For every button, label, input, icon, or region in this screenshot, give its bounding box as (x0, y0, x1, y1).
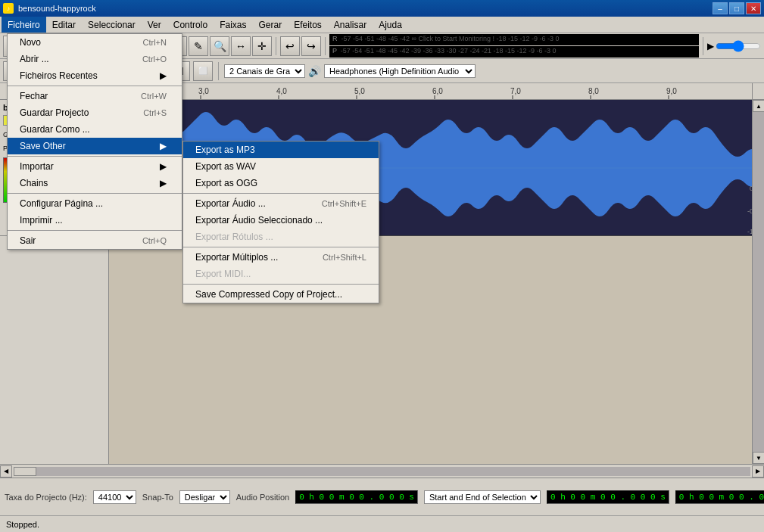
menu-fechar[interactable]: Fechar Ctrl+W (8, 88, 182, 104)
submenu-exportar-audio-sel[interactable]: Exportar Áudio Seleccionado ... (183, 212, 379, 229)
scroll-handle[interactable] (14, 467, 36, 476)
svg-text:9,0: 9,0 (666, 87, 677, 95)
menu-chains[interactable]: Chains ▶ (8, 175, 182, 191)
menu-analisar[interactable]: Analisar (328, 17, 373, 33)
separator2 (276, 37, 276, 55)
submenu-sep3 (183, 284, 379, 285)
snap-select[interactable]: Desligar (179, 490, 230, 504)
menu-seleccionar[interactable]: Seleccionar (82, 17, 142, 33)
statusbar: Stopped. (0, 515, 764, 532)
sep4 (8, 230, 182, 231)
separator3 (325, 37, 326, 55)
taxa-select[interactable]: 44100 (93, 490, 136, 504)
submenu-sep2 (183, 247, 379, 247)
submenu-exportar-rotulos: Exportar Rótulos ... (183, 229, 379, 245)
ruler-marks-area: 2,0 3,0 4,0 5,0 6,0 7,0 8,0 9,0 (109, 83, 752, 99)
sep3 (8, 193, 182, 194)
vu-meters: R -57 -54 -51 -48 -45 -42 ∞ Click to Sta… (329, 34, 699, 58)
zoom-tool[interactable]: 🔍 (210, 36, 229, 56)
svg-text:5,0: 5,0 (354, 87, 365, 95)
menu-configurar-pagina[interactable]: Configurar Página ... (8, 195, 182, 212)
title-buttons: – □ ✕ (713, 2, 761, 14)
app-title: bensound-happyrock (18, 4, 96, 13)
sep2 (8, 156, 182, 157)
menu-ficheiros-recentes[interactable]: Ficheiros Recentes ▶ (8, 67, 182, 84)
status-text: Stopped. (6, 520, 39, 529)
ficheiro-dropdown: Novo Ctrl+N Abrir ... Ctrl+O Ficheiros R… (7, 33, 182, 250)
fit-project-button[interactable]: ⬜ (193, 61, 213, 81)
bottombar: Taxa do Projecto (Hz): 44100 Snap-To Des… (0, 478, 764, 515)
menu-imprimir[interactable]: Imprimir ... (8, 212, 182, 229)
scroll-thumb[interactable] (14, 467, 750, 476)
menu-efeitos[interactable]: Efeitos (288, 17, 328, 33)
menu-importar[interactable]: Importar ▶ (8, 158, 182, 175)
menu-faixas[interactable]: Faixas (214, 17, 252, 33)
channels-select[interactable]: 2 Canais de Gra (224, 64, 305, 78)
svg-text:7,0: 7,0 (510, 87, 521, 95)
volume-slider[interactable] (716, 40, 761, 52)
menu-abrir[interactable]: Abrir ... Ctrl+O (8, 51, 182, 67)
sep1 (8, 86, 182, 86)
menu-ficheiro[interactable]: Ficheiro (2, 17, 46, 33)
app-icon: ♪ (3, 3, 14, 14)
submenu-export-mp3[interactable]: Export as MP3 (183, 142, 379, 158)
menu-save-other[interactable]: Save Other ▶ (8, 138, 182, 154)
menu-novo[interactable]: Novo Ctrl+N (8, 34, 182, 51)
svg-text:-0,5: -0,5 (747, 207, 752, 215)
titlebar: ♪ bensound-happyrock – □ ✕ (0, 0, 764, 17)
redo-button[interactable]: ↪ (301, 36, 321, 56)
record-meter[interactable]: R -57 -54 -51 -48 -45 -42 ∞ Click to Sta… (329, 34, 699, 45)
snap-label: Snap-To (142, 493, 173, 502)
ruler-right-spacer (752, 83, 764, 99)
output-device-select[interactable]: Headphones (High Definition Audio (324, 64, 476, 78)
submenu-save-compressed[interactable]: Save Compressed Copy of Project... (183, 286, 379, 303)
scroll-left-button[interactable]: ◀ (0, 465, 12, 478)
svg-text:4,0: 4,0 (276, 87, 287, 95)
timeshift-tool[interactable]: ↔ (231, 36, 251, 56)
title-left: ♪ bensound-happyrock (3, 3, 96, 14)
svg-text:-1,0: -1,0 (747, 228, 752, 235)
menu-gerar[interactable]: Gerar (252, 17, 288, 33)
menu-editar[interactable]: Editar (46, 17, 82, 33)
menu-ver[interactable]: Ver (142, 17, 167, 33)
menu-sair[interactable]: Sair Ctrl+Q (8, 232, 182, 249)
playback-meter[interactable]: P -57 -54 -51 -48 -45 -42 -39 -36 -33 -3… (329, 46, 699, 58)
sel-mode-select[interactable]: Start and End of Selection (424, 490, 541, 504)
multitool[interactable]: ✛ (252, 36, 272, 56)
playback-speed-icon: ▶ (707, 41, 714, 51)
submenu-exportar-audio[interactable]: Exportar Áudio ... Ctrl+Shift+E (183, 195, 379, 212)
sel-start-display: 0 h 0 0 m 0 0 . 0 0 0 s (547, 490, 669, 504)
scroll-right-button[interactable]: ▶ (752, 465, 764, 478)
audio-position-display: 0 h 0 0 m 0 0 . 0 0 0 s (295, 490, 418, 504)
draw-tool[interactable]: ✎ (189, 36, 208, 56)
svg-text:8,0: 8,0 (588, 87, 599, 95)
scroll-track[interactable] (753, 112, 764, 452)
taxa-label: Taxa do Projecto (Hz): (5, 493, 87, 502)
horizontal-scrollbar: ◀ ▶ (0, 464, 764, 478)
menu-guardar-projecto[interactable]: Guardar Projecto Ctrl+S (8, 104, 182, 121)
menu-ajuda[interactable]: Ajuda (373, 17, 408, 33)
menu-guardar-como[interactable]: Guardar Como ... (8, 121, 182, 138)
submenu-export-wav[interactable]: Export as WAV (183, 158, 379, 175)
scroll-down-button[interactable]: ▼ (753, 452, 764, 464)
maximize-button[interactable]: □ (729, 2, 744, 14)
separator4 (703, 37, 703, 55)
scroll-up-button[interactable]: ▲ (753, 100, 764, 112)
sel-end-display: 0 h 0 0 m 0 0 . 0 0 0 s (675, 490, 764, 504)
output-icon: 🔊 (308, 65, 321, 77)
undo-button[interactable]: ↩ (280, 36, 300, 56)
audio-pos-label: Audio Position (236, 493, 289, 502)
save-other-submenu: Export as MP3 Export as WAV Export as OG… (182, 141, 379, 303)
menu-controlo[interactable]: Controlo (167, 17, 214, 33)
menubar: Ficheiro Editar Seleccionar Ver Controlo… (0, 17, 764, 33)
submenu-sep1 (183, 193, 379, 194)
submenu-exportar-multiplos[interactable]: Exportar Múltiplos ... Ctrl+Shift+L (183, 249, 379, 266)
svg-text:0,0: 0,0 (750, 185, 752, 192)
vertical-scrollbar: ▲ ▼ (752, 100, 764, 464)
submenu-export-midi: Export MIDI... (183, 266, 379, 282)
ruler-svg: 2,0 3,0 4,0 5,0 6,0 7,0 8,0 9,0 (109, 83, 752, 99)
submenu-export-ogg[interactable]: Export as OGG (183, 175, 379, 191)
minimize-button[interactable]: – (713, 2, 728, 14)
close-button[interactable]: ✕ (746, 2, 761, 14)
svg-text:6,0: 6,0 (432, 87, 443, 95)
